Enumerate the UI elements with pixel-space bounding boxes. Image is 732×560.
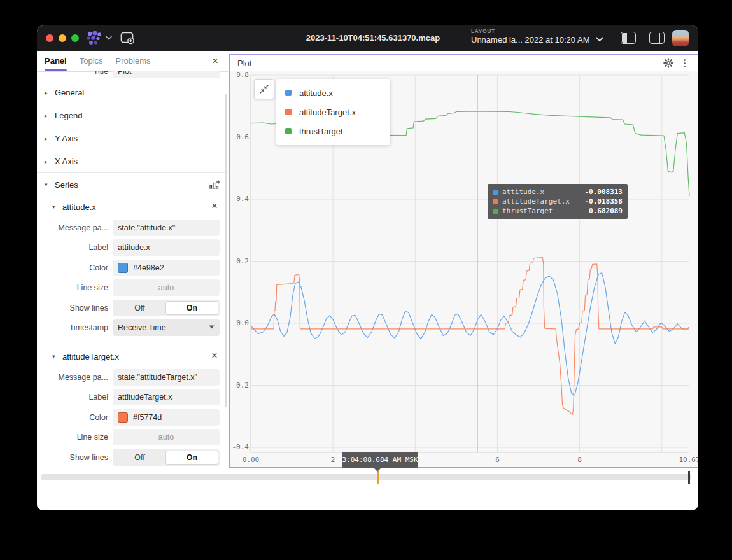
collapse-legend-button[interactable]	[254, 79, 274, 99]
series-header[interactable]: ▾ attitudeTarget.x ×	[37, 346, 228, 367]
close-window-button[interactable]	[46, 34, 53, 42]
plot-panel-title: Plot	[237, 59, 251, 68]
right-sidebar-icon	[659, 33, 660, 43]
tooltip-swatch	[493, 190, 498, 195]
layout-name: Unnamed la... 2022 at 10:20 AM	[471, 35, 589, 45]
line-size-input[interactable]: auto	[113, 429, 220, 445]
line-size-row: Line size auto	[37, 428, 228, 448]
chevron-down-icon: ▾	[52, 353, 61, 360]
label-input[interactable]: attitudeTarget.x	[113, 389, 220, 405]
layout-selector[interactable]: LAYOUT Unnamed la... 2022 at 10:20 AM	[471, 28, 589, 48]
message-path-input[interactable]: state."attitudeTarget.x"	[113, 369, 220, 386]
titlebar: 2023-11-10T04:51:45.631370.mcap LAYOUT U…	[37, 25, 698, 51]
label-row: Label attitude.x	[37, 238, 228, 258]
tab-problems[interactable]: Problems	[116, 51, 151, 71]
series-group-attitudetarget-x: ▾ attitudeTarget.x × Message pa... state…	[37, 346, 228, 468]
color-row: Color #4e98e2	[37, 258, 228, 278]
collapse-arrows-icon	[260, 85, 269, 94]
tab-topics[interactable]: Topics	[80, 51, 103, 71]
title-field-input[interactable]: Plot	[113, 71, 220, 78]
title-field-label: Title	[37, 71, 108, 76]
legend-item[interactable]: attitudeTarget.x	[276, 102, 390, 122]
color-swatch[interactable]	[118, 263, 128, 273]
plot-panel: Plot 0.80.60.40.20.0	[229, 54, 698, 468]
section-legend[interactable]: ▸Legend	[37, 104, 228, 127]
app-menu-chevron-icon[interactable]	[106, 36, 112, 40]
show-lines-on-option[interactable]: On	[165, 301, 218, 315]
legend-swatch	[285, 109, 292, 115]
app-window: 2023-11-10T04:51:45.631370.mcap LAYOUT U…	[37, 25, 698, 510]
section-series[interactable]: ▾ Series	[37, 173, 228, 196]
timeline-scrubber[interactable]	[41, 474, 691, 480]
remove-series-button[interactable]: ×	[208, 349, 222, 363]
left-sidebar-toggle-button[interactable]	[621, 32, 636, 44]
playback-bar: i 1970-01-01 3:04:13.831 AM MSK	[37, 468, 698, 510]
show-lines-toggle: Off On	[113, 300, 220, 316]
remove-series-button[interactable]: ×	[208, 199, 222, 213]
legend-swatch	[285, 128, 292, 134]
more-options-icon[interactable]	[680, 58, 689, 68]
series-group-attitude-x: ▾ attitude.x × Message pa... state."atti…	[37, 196, 228, 338]
section-general[interactable]: ▸General	[37, 81, 228, 104]
plot-chart-area[interactable]: 0.80.60.40.20.0-0.2-0.4 0.00246810.67 at…	[230, 71, 698, 467]
desktop: 2023-11-10T04:51:45.631370.mcap LAYOUT U…	[0, 0, 732, 560]
show-lines-toggle: Off On	[113, 449, 220, 466]
zoom-window-button[interactable]	[71, 34, 79, 42]
right-sidebar-toggle-button[interactable]	[649, 32, 665, 44]
line-size-row: Line size auto	[37, 278, 228, 298]
chevron-right-icon: ▸	[45, 136, 53, 142]
series-header[interactable]: ▾ attitude.x ×	[37, 196, 228, 218]
minimize-window-button[interactable]	[59, 34, 66, 42]
show-lines-on-option[interactable]: On	[165, 451, 218, 465]
chevron-down-icon: ▾	[45, 181, 53, 188]
sidebar-scrollbar[interactable]	[225, 94, 227, 407]
color-input[interactable]: #4e98e2	[113, 260, 220, 276]
plot-panel-header: Plot	[230, 55, 698, 71]
tab-panel[interactable]: Panel	[45, 51, 67, 71]
window-title: 2023-11-10T04:51:45.631370.mcap	[306, 33, 440, 43]
add-panel-button[interactable]	[120, 32, 135, 45]
show-lines-row: Show lines Off On	[37, 298, 228, 318]
line-size-input[interactable]: auto	[113, 279, 220, 296]
add-series-button[interactable]	[209, 179, 220, 190]
legend-item[interactable]: thrustTarget	[276, 122, 390, 141]
plot-legend: attitude.x attitudeTarget.x thrustTarget	[276, 79, 390, 145]
foxglove-logo-icon	[85, 31, 103, 46]
left-sidebar: Panel Topics Problems × Title Plot ▸Gene…	[37, 51, 228, 468]
gear-icon[interactable]	[663, 58, 673, 68]
show-lines-off-option[interactable]: Off	[114, 451, 165, 465]
timestamp-row: Timestamp Receive Time	[37, 318, 228, 339]
show-lines-row: Show lines Off On	[37, 447, 228, 468]
message-path-input[interactable]: state."attitude.x"	[113, 220, 220, 236]
legend-item[interactable]: attitude.x	[276, 83, 390, 102]
section-y-axis[interactable]: ▸Y Axis	[37, 127, 228, 150]
timestamp-select[interactable]: Receive Time	[113, 319, 220, 336]
message-path-row: Message pa... state."attitudeTarget.x"	[37, 367, 228, 388]
label-row: Label attitudeTarget.x	[37, 388, 228, 408]
scrubber-playhead[interactable]	[377, 471, 379, 484]
label-input[interactable]: attitude.x	[113, 239, 220, 256]
layout-chevron-icon	[596, 37, 603, 42]
sidebar-close-button[interactable]: ×	[208, 53, 223, 69]
tooltip-swatch	[493, 199, 498, 204]
panel-settings: Title Plot ▸General ▸Legend ▸Y Axis ▸X A…	[37, 71, 228, 468]
chart-value-tooltip: attitude.x -0.008313 attitudeTarget.x -0…	[488, 184, 628, 219]
section-x-axis[interactable]: ▸X Axis	[37, 150, 228, 173]
chevron-right-icon: ▸	[45, 90, 53, 96]
message-path-row: Message pa... state."attitude.x"	[37, 218, 228, 238]
hover-time-tooltip: 3:04:08.684 AM MSK	[342, 452, 418, 468]
color-swatch[interactable]	[118, 412, 128, 423]
color-row: Color #f5774d	[37, 407, 228, 428]
left-sidebar-icon	[622, 33, 627, 43]
chevron-down-icon: ▾	[52, 204, 61, 210]
layout-caption: LAYOUT	[471, 28, 589, 34]
tooltip-swatch	[493, 209, 498, 214]
chevron-right-icon: ▸	[45, 158, 53, 165]
user-avatar[interactable]	[672, 30, 689, 46]
tooltip-row: thrustTarget 0.682089	[493, 206, 623, 216]
show-lines-off-option[interactable]: Off	[114, 301, 165, 315]
color-input[interactable]: #f5774d	[113, 409, 220, 426]
timeline-end-marker	[688, 471, 690, 484]
tooltip-arrow	[374, 468, 381, 472]
tooltip-row: attitudeTarget.x -0.018358	[493, 197, 623, 206]
